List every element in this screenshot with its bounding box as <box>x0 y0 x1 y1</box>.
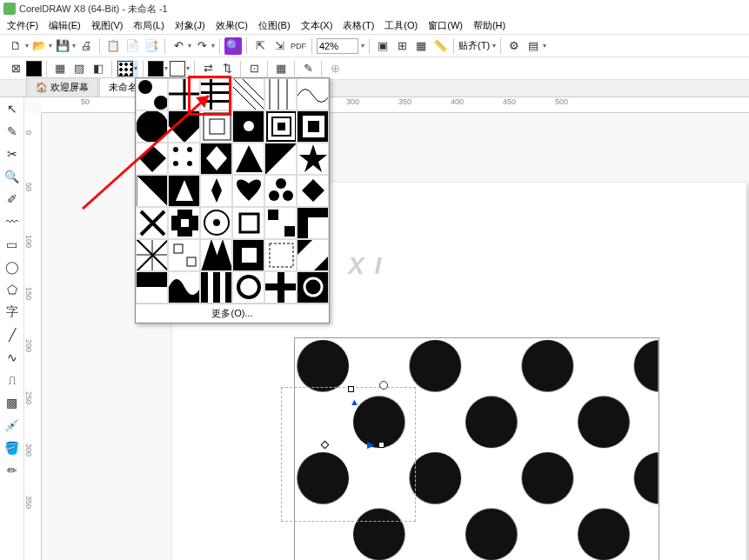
pattern-swatch[interactable] <box>136 271 168 303</box>
fullscreen-icon[interactable]: ▣ <box>374 37 391 55</box>
pattern-swatch[interactable] <box>297 175 329 207</box>
no-fill-icon[interactable]: ⊠ <box>7 60 24 77</box>
menu-bitmap[interactable]: 位图(B) <box>258 19 291 32</box>
pattern-swatch[interactable] <box>297 207 329 239</box>
fountain-fill-icon[interactable]: ▦ <box>51 60 69 77</box>
pattern-swatch[interactable] <box>232 143 264 175</box>
pattern-swatch[interactable] <box>264 175 297 207</box>
pattern-swatch[interactable] <box>232 110 264 143</box>
outline-tool-icon[interactable]: ✏ <box>3 462 21 479</box>
pattern-swatch[interactable] <box>297 239 329 271</box>
line-tool-icon[interactable]: ╱ <box>3 326 21 343</box>
pattern-swatch[interactable] <box>168 110 200 143</box>
pattern-swatch[interactable] <box>168 143 200 175</box>
pattern-swatch[interactable] <box>136 239 168 271</box>
open-icon[interactable]: 📂 <box>30 37 48 55</box>
canvas-area[interactable]: 50 150 200 250 300 350 400 450 500 0 50 … <box>24 97 749 560</box>
pattern-swatch[interactable] <box>264 271 297 303</box>
print-icon[interactable]: 🖨 <box>77 37 95 55</box>
pattern-swatch[interactable] <box>136 78 168 110</box>
mesh-tool-icon[interactable]: ▩ <box>3 394 21 411</box>
pattern-swatch[interactable] <box>264 207 297 239</box>
pdf-icon[interactable]: PDF <box>290 37 307 55</box>
two-color-icon[interactable]: ◧ <box>90 60 107 77</box>
pattern-swatch[interactable] <box>264 110 297 143</box>
pattern-swatch[interactable] <box>264 239 297 271</box>
search-icon[interactable]: 🔍 <box>224 37 242 55</box>
menu-help[interactable]: 帮助(H) <box>473 19 505 32</box>
front-color-swatch[interactable] <box>148 61 164 77</box>
mirror-v-icon[interactable]: ⇅ <box>218 60 236 77</box>
add-icon[interactable]: ⊕ <box>326 60 344 77</box>
shape-tool-icon[interactable]: ✎ <box>3 123 21 140</box>
polygon-tool-icon[interactable]: ⬠ <box>3 281 21 298</box>
pattern-swatch[interactable] <box>297 110 329 143</box>
pattern-swatch[interactable] <box>200 207 232 239</box>
pattern-more-button[interactable]: 更多(O)... <box>136 303 329 323</box>
pattern-swatch[interactable] <box>168 271 200 303</box>
menu-tools[interactable]: 工具(O) <box>385 19 418 32</box>
back-color-swatch[interactable] <box>170 61 185 77</box>
copy-props-icon[interactable]: ✎ <box>299 60 317 77</box>
redo-icon[interactable]: ↷ <box>193 37 211 55</box>
tile-icon[interactable]: ▦ <box>272 60 290 77</box>
pick-tool-icon[interactable]: ↖ <box>3 100 21 117</box>
pattern-swatch[interactable] <box>168 175 200 207</box>
pattern-swatch[interactable] <box>168 239 200 271</box>
fill-tool-icon[interactable]: 🪣 <box>3 439 21 457</box>
pattern-swatch[interactable] <box>200 110 232 143</box>
artistic-tool-icon[interactable]: 〰 <box>3 213 21 230</box>
ellipse-tool-icon[interactable]: ◯ <box>3 258 21 276</box>
snap-menu[interactable]: 贴齐(T) <box>458 39 490 52</box>
pattern-swatch[interactable] <box>136 175 168 207</box>
eyedropper-tool-icon[interactable]: 💉 <box>3 417 21 434</box>
new-icon[interactable]: 🗋 <box>7 37 24 55</box>
clipboard-icon[interactable]: 📑 <box>143 37 160 55</box>
dropper-tool-icon[interactable]: ⎍ <box>3 371 21 389</box>
mirror-h-icon[interactable]: ⇄ <box>199 60 217 77</box>
guides-icon[interactable]: ▦ <box>412 37 430 55</box>
rotation-handle[interactable] <box>379 381 388 390</box>
pattern-swatch[interactable] <box>264 78 297 110</box>
pattern-swatch[interactable] <box>200 239 232 271</box>
rectangle-tool-icon[interactable]: ▭ <box>3 236 21 253</box>
freehand-tool-icon[interactable]: ✐ <box>3 190 21 208</box>
export-icon[interactable]: ⇲ <box>271 37 288 55</box>
undo-icon[interactable]: ↶ <box>170 37 187 55</box>
pattern-swatch[interactable] <box>232 271 264 303</box>
selection-handle[interactable] <box>378 442 385 448</box>
pattern-swatch[interactable] <box>264 143 297 175</box>
pattern-swatch[interactable] <box>232 175 264 207</box>
tab-welcome[interactable]: 🏠欢迎屏幕 <box>26 77 98 97</box>
pattern-swatch[interactable] <box>136 207 168 239</box>
ruler-icon[interactable]: 📏 <box>431 37 449 55</box>
menu-layout[interactable]: 布局(L) <box>133 19 164 32</box>
pattern-swatch[interactable] <box>297 143 329 175</box>
selection-handle[interactable] <box>348 386 354 392</box>
pattern-swatch[interactable] <box>232 78 264 110</box>
import-icon[interactable]: ⇱ <box>251 37 269 55</box>
filled-rectangle-object[interactable] <box>294 337 659 560</box>
pattern-swatch[interactable] <box>136 110 168 143</box>
pattern-swatch[interactable] <box>297 271 329 303</box>
pattern-fill-icon[interactable]: ▨ <box>70 60 88 77</box>
pattern-swatch[interactable] <box>297 78 329 110</box>
menu-effects[interactable]: 效果(C) <box>216 19 248 32</box>
curve-tool-icon[interactable]: ∿ <box>3 349 21 366</box>
crop-tool-icon[interactable]: ✂ <box>3 145 21 163</box>
pattern-swatch[interactable] <box>200 78 232 110</box>
pattern-swatch[interactable] <box>200 143 232 175</box>
paste-icon[interactable]: 📄 <box>124 37 141 55</box>
copy-icon[interactable]: 📋 <box>104 37 122 55</box>
options-icon[interactable]: ⚙ <box>505 37 523 55</box>
launch-icon[interactable]: ▤ <box>525 37 542 55</box>
menu-edit[interactable]: 编辑(E) <box>49 19 81 32</box>
text-tool-icon[interactable]: 字 <box>3 303 21 321</box>
menu-object[interactable]: 对象(J) <box>175 19 205 32</box>
pattern-swatch[interactable] <box>232 207 264 239</box>
pattern-swatch[interactable] <box>136 143 168 175</box>
zoom-tool-icon[interactable]: 🔍 <box>3 168 21 185</box>
uniform-fill-icon[interactable] <box>26 61 42 77</box>
pattern-swatch[interactable] <box>168 207 200 239</box>
pattern-swatch[interactable] <box>200 271 232 303</box>
